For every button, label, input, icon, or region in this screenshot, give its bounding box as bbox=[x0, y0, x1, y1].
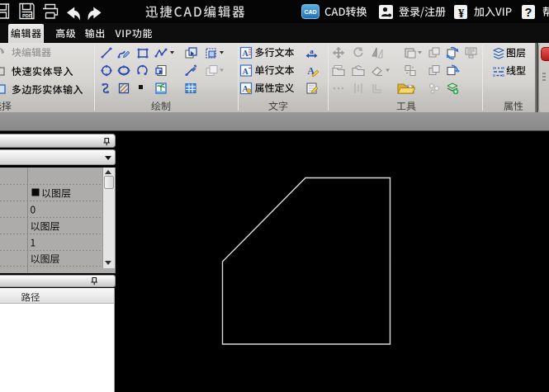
svg-text:a: a bbox=[310, 47, 314, 55]
svg-text:A: A bbox=[242, 67, 248, 76]
svg-text:A: A bbox=[242, 49, 248, 58]
svg-text:CAD: CAD bbox=[304, 9, 316, 15]
svg-text:¥: ¥ bbox=[458, 7, 465, 20]
svg-text:?: ? bbox=[525, 6, 532, 19]
svg-text:PDF: PDF bbox=[22, 13, 32, 18]
